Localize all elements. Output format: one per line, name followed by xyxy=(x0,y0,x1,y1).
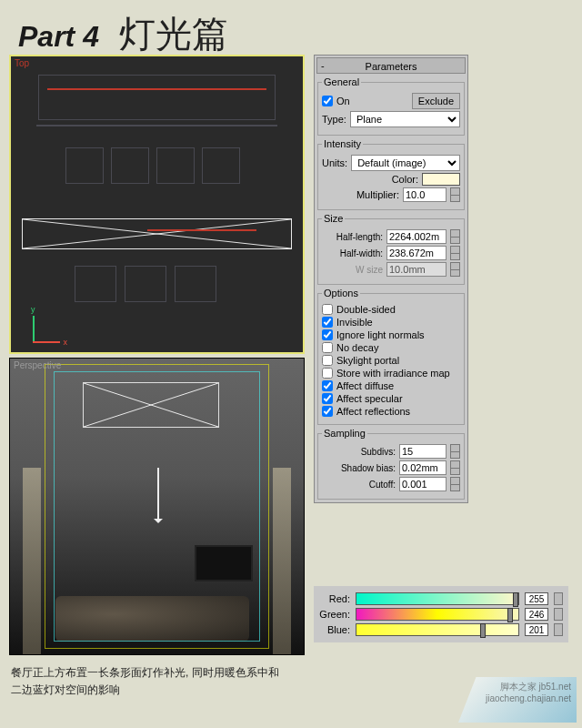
axis-x-label: x xyxy=(64,338,68,347)
viewport-label-perspective: Perspective xyxy=(14,360,61,370)
checkbox-invisible[interactable] xyxy=(322,317,333,328)
label-red: Red: xyxy=(319,593,350,604)
caption-line2: 二边蓝灯对空间的影响 xyxy=(11,682,311,699)
label-affect-reflections: Affect reflections xyxy=(336,406,410,417)
checkbox-no-decay[interactable] xyxy=(322,342,333,353)
spinner-cutoff[interactable] xyxy=(450,477,460,491)
slider-green[interactable] xyxy=(356,608,519,621)
spinner-half-length[interactable] xyxy=(450,229,460,244)
label-affect-specular: Affect specular xyxy=(336,393,403,404)
caption-text: 餐厅正上方布置一长条形面灯作补光, 同时用暖色系中和 二边蓝灯对空间的影响 xyxy=(11,664,311,699)
group-size: Size Half-length: Half-width: W size xyxy=(317,213,465,285)
checkbox-on[interactable] xyxy=(322,96,333,106)
spinner-subdivs[interactable] xyxy=(450,444,460,459)
label-half-length: Half-length: xyxy=(330,232,383,242)
top-wireframe xyxy=(11,56,303,352)
light-direction-arrow xyxy=(157,468,159,522)
input-subdivs[interactable] xyxy=(399,444,447,459)
label-subdivs: Subdivs: xyxy=(343,447,396,457)
viewport-top[interactable]: Top y x xyxy=(9,55,305,354)
viewports-container: Top y x xyxy=(9,55,305,655)
legend-options: Options xyxy=(322,288,360,298)
label-green: Green: xyxy=(319,609,350,620)
checkbox-store-irradiance[interactable] xyxy=(322,368,333,379)
slider-blue[interactable] xyxy=(356,623,519,636)
axis-y-label: y xyxy=(31,305,35,314)
caption-line1: 餐厅正上方布置一长条形面灯作补光, 同时用暖色系中和 xyxy=(11,664,311,682)
label-store-irradiance: Store with irradiance map xyxy=(336,368,450,379)
watermark-line1: 脚本之家 jb51.net xyxy=(464,681,571,693)
input-half-width[interactable] xyxy=(386,246,447,260)
legend-sampling: Sampling xyxy=(322,428,367,439)
value-blue[interactable]: 201 xyxy=(525,623,548,636)
legend-general: General xyxy=(322,76,361,87)
exclude-button[interactable]: Exclude xyxy=(412,93,460,109)
input-half-length[interactable] xyxy=(386,229,447,244)
spinner-shadow-bias[interactable] xyxy=(450,460,460,475)
collapse-icon: - xyxy=(321,57,325,74)
watermark-line2: jiaocheng.chajian.net xyxy=(464,693,571,703)
label-double-sided: Double-sided xyxy=(336,304,396,315)
select-units[interactable]: Default (image) xyxy=(351,155,460,171)
label-ignore-normals: Ignore light normals xyxy=(336,329,425,340)
group-options: Options Double-sided Invisible Ignore li… xyxy=(317,288,465,425)
color-picker-panel: Red: 255 Green: 246 Blue: 201 xyxy=(314,586,568,642)
label-no-decay: No decay xyxy=(336,342,378,353)
label-type: Type: xyxy=(322,114,346,125)
label-units: Units: xyxy=(322,157,347,168)
checkbox-affect-diffuse[interactable] xyxy=(322,380,333,391)
spinner-half-width[interactable] xyxy=(450,246,460,260)
viewport-perspective[interactable]: Perspective xyxy=(9,358,305,655)
label-skylight-portal: Skylight portal xyxy=(336,355,399,366)
page-title: 灯光篇 xyxy=(119,9,228,59)
part-label: Part 4 xyxy=(18,20,99,54)
label-multiplier: Multiplier: xyxy=(356,189,399,200)
group-sampling: Sampling Subdivs: Shadow bias: Cutoff: xyxy=(317,428,465,500)
parameters-panel: - Parameters General On Exclude Type: Pl… xyxy=(314,55,468,503)
watermark: 脚本之家 jb51.net jiaocheng.chajian.net xyxy=(458,677,577,723)
slider-red[interactable] xyxy=(356,592,519,605)
select-type[interactable]: Plane xyxy=(350,111,460,127)
spinner-blue[interactable] xyxy=(554,623,563,636)
group-intensity: Intensity Units: Default (image) Color: … xyxy=(317,138,465,210)
label-affect-diffuse: Affect diffuse xyxy=(336,380,394,391)
group-general: General On Exclude Type: Plane xyxy=(317,76,465,136)
input-multiplier[interactable] xyxy=(403,187,447,202)
input-shadow-bias[interactable] xyxy=(399,460,447,475)
legend-intensity: Intensity xyxy=(322,138,363,149)
checkbox-ignore-normals[interactable] xyxy=(322,329,333,340)
spinner-w-size xyxy=(450,262,460,277)
label-cutoff: Cutoff: xyxy=(343,480,396,490)
checkbox-affect-reflections[interactable] xyxy=(322,406,333,417)
checkbox-double-sided[interactable] xyxy=(322,304,333,315)
label-half-width: Half-width: xyxy=(330,248,383,258)
rollup-header[interactable]: - Parameters xyxy=(316,57,466,74)
legend-size: Size xyxy=(322,213,345,224)
checkbox-skylight-portal[interactable] xyxy=(322,355,333,366)
label-shadow-bias: Shadow bias: xyxy=(332,463,396,473)
value-red[interactable]: 255 xyxy=(525,592,548,605)
label-color: Color: xyxy=(392,174,418,185)
checkbox-affect-specular[interactable] xyxy=(322,393,333,404)
input-w-size xyxy=(386,262,447,277)
spinner-multiplier[interactable] xyxy=(450,187,460,202)
color-swatch[interactable] xyxy=(422,173,460,186)
label-blue: Blue: xyxy=(319,624,350,635)
spinner-green[interactable] xyxy=(554,608,563,621)
value-green[interactable]: 246 xyxy=(525,608,548,621)
label-w-size: W size xyxy=(330,265,383,275)
spinner-red[interactable] xyxy=(554,592,563,605)
input-cutoff[interactable] xyxy=(399,477,447,491)
rollup-title-label: Parameters xyxy=(366,61,417,72)
label-invisible: Invisible xyxy=(336,317,373,328)
axis-gizmo: y x xyxy=(33,316,60,343)
label-on: On xyxy=(336,96,350,106)
